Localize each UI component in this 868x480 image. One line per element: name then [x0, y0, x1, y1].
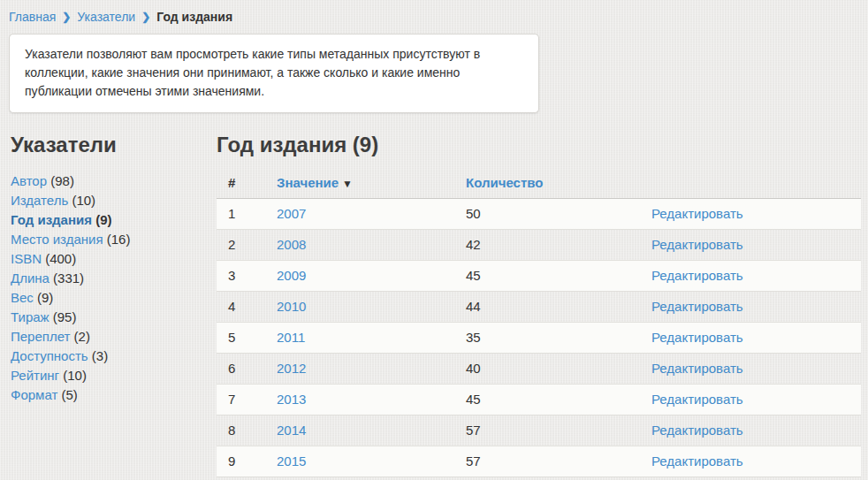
breadcrumb-current: Год издания	[156, 10, 232, 24]
table-row: 1 2007 50 Редактировать	[217, 199, 861, 230]
col-header-value-label: Значение	[277, 175, 339, 190]
sidebar-item[interactable]: Место издания (16)	[11, 230, 217, 249]
edit-link[interactable]: Редактировать	[651, 268, 743, 283]
edit-link[interactable]: Редактировать	[651, 330, 743, 345]
sidebar-list: Автор (98) Издатель (10) Год издания (9)…	[11, 171, 217, 405]
value-link[interactable]: 2007	[277, 206, 306, 221]
sidebar-item[interactable]: Рейтинг (10)	[11, 366, 217, 385]
sidebar-item[interactable]: Вес (9)	[11, 288, 217, 308]
sidebar-item-link[interactable]: ISBN	[11, 251, 42, 266]
count-cell: 40	[454, 354, 640, 385]
table-row: 9 2015 57 Редактировать	[217, 446, 861, 477]
breadcrumb: Главная❯Указатели❯Год издания	[7, 7, 861, 34]
sidebar-item-link[interactable]: Год издания	[11, 212, 92, 227]
edit-link[interactable]: Редактировать	[651, 392, 743, 407]
edit-link[interactable]: Редактировать	[651, 299, 743, 314]
col-header-count-label: Количество	[466, 175, 543, 190]
sidebar-item[interactable]: Тираж (95)	[11, 308, 217, 327]
sidebar-item[interactable]: Издатель (10)	[11, 191, 217, 210]
count-cell: 45	[454, 385, 640, 415]
sidebar-item-link[interactable]: Длина	[11, 270, 49, 286]
table-row: 3 2009 45 Редактировать	[217, 261, 861, 292]
row-index: 2	[217, 230, 265, 261]
page-title: Год издания (9)	[217, 133, 861, 156]
breadcrumb-link[interactable]: Главная	[9, 10, 56, 24]
sidebar-item-count: (3)	[92, 348, 108, 363]
value-link[interactable]: 2009	[277, 268, 306, 283]
count-cell: 57	[454, 446, 640, 477]
index-table: # Значение▼ Количество 1 2007 50 Редакти…	[217, 171, 861, 477]
value-link[interactable]: 2013	[277, 392, 306, 407]
col-header-actions	[640, 171, 861, 199]
count-cell: 50	[454, 199, 640, 230]
edit-link[interactable]: Редактировать	[651, 453, 743, 469]
row-index: 1	[217, 199, 265, 230]
sidebar-item-link[interactable]: Место издания	[11, 232, 103, 247]
sidebar: Указатели Автор (98) Издатель (10) Год и…	[7, 133, 217, 477]
edit-link[interactable]: Редактировать	[651, 237, 743, 252]
count-cell: 42	[454, 230, 640, 261]
count-cell: 45	[454, 261, 640, 292]
count-cell: 57	[454, 415, 640, 446]
sidebar-item-count: (16)	[107, 232, 131, 247]
row-index: 8	[217, 415, 265, 446]
value-link[interactable]: 2010	[277, 299, 306, 314]
sidebar-item-count: (5)	[61, 387, 77, 402]
table-row: 2 2008 42 Редактировать	[217, 230, 861, 261]
sidebar-item[interactable]: Доступность (3)	[11, 347, 217, 366]
row-index: 5	[217, 323, 265, 354]
value-link[interactable]: 2012	[277, 361, 306, 376]
row-index: 4	[217, 292, 265, 323]
sidebar-item-link[interactable]: Доступность	[11, 348, 88, 363]
row-index: 9	[217, 446, 265, 477]
table-row: 4 2010 44 Редактировать	[217, 292, 861, 323]
info-box: Указатели позволяют вам просмотреть каки…	[9, 34, 539, 113]
value-link[interactable]: 2015	[277, 453, 306, 469]
sidebar-item-link[interactable]: Издатель	[11, 193, 68, 208]
sidebar-item[interactable]: Длина (331)	[11, 269, 217, 288]
sidebar-item[interactable]: Формат (5)	[11, 385, 217, 405]
content-area: Указатели Автор (98) Издатель (10) Год и…	[7, 133, 861, 477]
sidebar-item-link[interactable]: Рейтинг	[11, 368, 59, 383]
sidebar-item-link[interactable]: Автор	[11, 173, 47, 188]
table-header-row: # Значение▼ Количество	[217, 171, 861, 199]
edit-link[interactable]: Редактировать	[651, 423, 743, 438]
row-index: 3	[217, 261, 265, 292]
sidebar-item-link[interactable]: Переплет	[11, 329, 70, 344]
table-row: 6 2012 40 Редактировать	[217, 354, 861, 385]
table-row: 7 2013 45 Редактировать	[217, 385, 861, 415]
row-index: 6	[217, 354, 265, 385]
sidebar-item-link[interactable]: Вес	[11, 290, 34, 305]
sidebar-item[interactable]: ISBN (400)	[11, 249, 217, 269]
breadcrumb-separator-icon: ❯	[141, 11, 150, 23]
table-row: 8 2014 57 Редактировать	[217, 415, 861, 446]
sidebar-item-count: (9)	[95, 212, 111, 227]
breadcrumb-separator-icon: ❯	[62, 11, 71, 23]
col-header-value[interactable]: Значение▼	[265, 171, 454, 199]
sidebar-item-count: (2)	[74, 329, 90, 344]
main-content: Год издания (9) # Значение▼ Количество	[217, 133, 861, 477]
value-link[interactable]: 2014	[277, 423, 306, 438]
sidebar-item-link[interactable]: Тираж	[11, 309, 49, 324]
edit-link[interactable]: Редактировать	[651, 206, 743, 221]
sidebar-item-count: (95)	[53, 309, 77, 324]
sort-desc-icon: ▼	[342, 178, 353, 190]
page: Главная❯Указатели❯Год издания Указатели …	[0, 0, 868, 480]
table-row: 5 2011 35 Редактировать	[217, 323, 861, 354]
sidebar-item[interactable]: Год издания (9)	[11, 210, 217, 230]
sidebar-item-link[interactable]: Формат	[11, 387, 57, 402]
sidebar-item[interactable]: Автор (98)	[11, 171, 217, 191]
sidebar-item-count: (10)	[72, 193, 95, 208]
sidebar-item-count: (400)	[45, 251, 76, 266]
breadcrumb-link[interactable]: Указатели	[77, 10, 135, 24]
sidebar-item-count: (331)	[53, 270, 84, 286]
count-cell: 44	[454, 292, 640, 323]
value-link[interactable]: 2008	[277, 237, 306, 252]
info-text: Указатели позволяют вам просмотреть каки…	[25, 47, 480, 98]
sidebar-item[interactable]: Переплет (2)	[11, 327, 217, 347]
value-link[interactable]: 2011	[277, 330, 305, 345]
col-header-index: #	[217, 171, 265, 199]
col-header-count[interactable]: Количество	[454, 171, 640, 199]
edit-link[interactable]: Редактировать	[651, 361, 743, 376]
sidebar-item-count: (10)	[63, 368, 87, 383]
